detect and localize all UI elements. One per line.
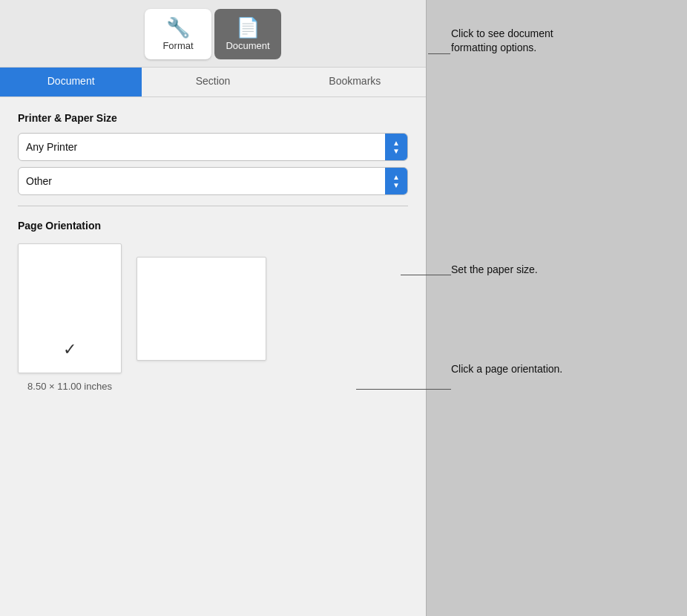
- document-button[interactable]: 📄 Document: [214, 9, 281, 59]
- stepper-down-icon: ▼: [392, 182, 400, 189]
- landscape-preview[interactable]: [137, 257, 266, 361]
- document-label: Document: [226, 40, 269, 51]
- format-icon: 🔧: [166, 18, 190, 37]
- printer-stepper[interactable]: ▲ ▼: [385, 134, 407, 160]
- paper-size-select[interactable]: Other ▲ ▼: [18, 167, 408, 195]
- document-icon: 📄: [236, 18, 260, 37]
- section-divider: [18, 206, 408, 206]
- format-button[interactable]: 🔧 Format: [145, 9, 211, 59]
- tab-bar: Document Section Bookmarks: [0, 68, 426, 97]
- portrait-checkmark: ✓: [63, 340, 76, 359]
- toolbar: 🔧 Format 📄 Document: [0, 0, 426, 68]
- orientation-section-label: Page Orientation: [18, 220, 408, 232]
- printer-value: Any Printer: [19, 134, 385, 160]
- annotation-page-orientation: Click a page orientation.: [451, 362, 614, 376]
- landscape-option[interactable]: [137, 243, 266, 361]
- page-orientation-section: Page Orientation ✓ 8.50 × 11.00 inches: [18, 220, 408, 392]
- annotation-document-formatting: Click to see document formatting options…: [451, 27, 659, 55]
- tab-bookmarks[interactable]: Bookmarks: [284, 68, 426, 96]
- orientation-options: ✓ 8.50 × 11.00 inches: [18, 243, 408, 392]
- printer-select[interactable]: Any Printer ▲ ▼: [18, 133, 408, 161]
- callout-line-1: [428, 53, 450, 54]
- panel-content: Printer & Paper Size Any Printer ▲ ▼ Oth…: [0, 97, 426, 407]
- portrait-option[interactable]: ✓ 8.50 × 11.00 inches: [18, 243, 122, 392]
- portrait-preview[interactable]: ✓: [18, 243, 122, 373]
- paper-size-stepper[interactable]: ▲ ▼: [385, 168, 407, 194]
- size-label: 8.50 × 11.00 inches: [27, 381, 112, 392]
- stepper-up-icon: ▲: [392, 174, 400, 181]
- stepper-down-icon: ▼: [392, 148, 400, 155]
- paper-size-value: Other: [19, 168, 385, 194]
- annotation-paper-size: Set the paper size.: [451, 263, 599, 277]
- format-label: Format: [162, 40, 193, 51]
- tab-document[interactable]: Document: [0, 68, 142, 96]
- tab-section[interactable]: Section: [142, 68, 283, 96]
- printer-section-label: Printer & Paper Size: [18, 112, 408, 124]
- stepper-up-icon: ▲: [392, 140, 400, 147]
